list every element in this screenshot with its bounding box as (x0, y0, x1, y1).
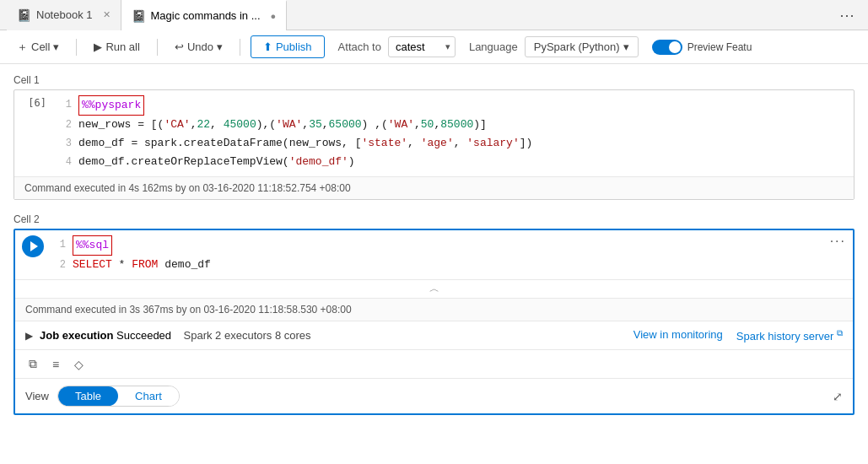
cell2-line-num-2: 2 (49, 256, 66, 274)
main-content: Cell 1 [6] 1 %%pyspark 2 new_rows = [('C… (0, 64, 868, 464)
language-value: PySpark (Python) (534, 40, 620, 53)
language-button[interactable]: PySpark (Python) ▾ (525, 36, 639, 57)
view-label: View (25, 390, 49, 402)
divider-3 (240, 39, 240, 56)
cell2-code-text-2[interactable]: SELECT * FROM demo_df (73, 256, 211, 274)
cell2-run-btn-area (15, 230, 49, 279)
code-text-3[interactable]: demo_df = spark.createDataFrame(new_rows… (78, 134, 532, 153)
job-succeeded-label: Succeeded (116, 329, 171, 342)
tab-notebook1-close[interactable]: ✕ (103, 9, 111, 20)
cell2-body: 1 %%sql 2 SELECT * FROM demo_df ··· (15, 230, 853, 279)
view-chart-button[interactable]: Chart (118, 386, 179, 406)
cell2-toolbar: ··· (823, 230, 853, 279)
view-monitoring-link[interactable]: View in monitoring (633, 328, 723, 343)
cell2-code-line-1: 1 %%sql (49, 235, 823, 256)
cell2-container: 1 %%sql 2 SELECT * FROM demo_df ··· ︿ Co… (13, 229, 855, 415)
run-all-button[interactable]: ▶ Run all (87, 37, 146, 57)
divider-1 (76, 39, 77, 56)
divider-2 (157, 39, 158, 56)
cell1-label: Cell 1 (13, 74, 855, 86)
external-link-icon: ⧉ (837, 328, 843, 337)
line-num-2: 2 (55, 116, 72, 134)
cell1-status: Command executed in 4s 162ms by on 03-16… (14, 176, 854, 199)
undo-button[interactable]: ↩ Undo ▾ (168, 37, 229, 57)
toggle-thumb (669, 41, 681, 53)
run-icon (30, 241, 38, 251)
tab-bar: 📓 Notebook 1 ✕ 📓 Magic commands in ... ●… (0, 0, 868, 30)
publish-button[interactable]: ⬆ Publish (251, 35, 325, 58)
cell2-code-line-2: 2 SELECT * FROM demo_df (49, 256, 823, 274)
code-text-2[interactable]: new_rows = [('CA',22, 45000),('WA',35,65… (78, 116, 487, 134)
line-num-4: 4 (55, 153, 72, 171)
action-bar: ⧉ ≡ ◇ (15, 349, 853, 378)
play-icon: ▶ (25, 330, 33, 342)
cell-more-button[interactable]: ··· (830, 234, 846, 276)
copy-icon[interactable]: ⧉ (25, 355, 40, 373)
cell2-line-num-1: 1 (49, 235, 66, 256)
cell2-code: 1 %%sql 2 SELECT * FROM demo_df (49, 230, 823, 279)
undo-icon: ↩ (175, 40, 184, 53)
cell2-label: Cell 2 (13, 213, 855, 225)
cell2-status: Command executed in 3s 367ms by on 03-16… (15, 298, 853, 321)
add-cell-button[interactable]: ＋ Cell ▾ (10, 36, 66, 58)
line-num-1: 1 (55, 95, 72, 116)
toggle-track[interactable] (652, 40, 682, 55)
code-text-4[interactable]: demo_df.createOrReplaceTempView('demo_df… (78, 153, 355, 171)
language-label: Language (469, 40, 518, 53)
view-table-button[interactable]: Table (58, 386, 118, 406)
run-all-icon: ▶ (94, 40, 102, 53)
code-line-4: 4 demo_df.createOrReplaceTempView('demo_… (55, 153, 854, 171)
upload-icon: ⬆ (263, 40, 272, 53)
tab-magic[interactable]: 📓 Magic commands in ... ● (121, 0, 288, 30)
job-status: Job execution (40, 329, 116, 342)
view-toggle: Table Chart (57, 386, 180, 407)
publish-label: Publish (276, 40, 312, 53)
plus-icon: ＋ (17, 40, 28, 55)
undo-dropdown-icon: ▾ (217, 40, 223, 53)
attach-select[interactable]: catest (388, 36, 456, 57)
view-bar: View Table Chart ⤢ (15, 378, 853, 413)
spark-history-label: Spark history server (736, 330, 834, 343)
job-exec-text: Job execution Succeeded Spark 2 executor… (40, 329, 311, 342)
cell1-body: [6] 1 %%pyspark 2 new_rows = [('CA',22, … (14, 90, 854, 176)
cell1-code: 1 %%pyspark 2 new_rows = [('CA',22, 4500… (55, 90, 854, 176)
code-line-1: 1 %%pyspark (55, 95, 854, 116)
tab-magic-close[interactable]: ● (271, 11, 277, 21)
tab-magic-label: Magic commands in ... (151, 9, 261, 22)
attach-select-wrapper: catest (388, 36, 456, 57)
attach-label: Attach to (338, 40, 381, 53)
notebook-icon: 📓 (17, 8, 31, 22)
code-text-1[interactable]: %%pyspark (78, 95, 144, 116)
erase-icon[interactable]: ◇ (71, 356, 87, 373)
undo-label: Undo (187, 40, 213, 53)
cell-dropdown-icon: ▾ (53, 40, 59, 53)
line-num-3: 3 (55, 134, 72, 153)
language-dropdown-icon: ▾ (623, 40, 629, 53)
run-all-label: Run all (105, 40, 139, 53)
run-button[interactable] (22, 235, 44, 257)
cell1-container: [6] 1 %%pyspark 2 new_rows = [('CA',22, … (13, 89, 855, 200)
preview-toggle: Preview Featu (652, 40, 752, 55)
preview-label: Preview Featu (687, 41, 752, 53)
spark-history-link[interactable]: Spark history server ⧉ (736, 328, 843, 343)
tab-notebook1[interactable]: 📓 Notebook 1 ✕ (7, 0, 121, 30)
tab-more-button[interactable]: ⋯ (833, 6, 861, 24)
cell2-code-text-1[interactable]: %%sql (73, 235, 112, 256)
job-exec-bar: ▶ Job execution Succeeded Spark 2 execut… (15, 321, 853, 349)
filter-icon[interactable]: ≡ (49, 356, 62, 373)
cell-label: Cell (31, 40, 50, 53)
job-links: View in monitoring Spark history server … (633, 328, 843, 343)
code-line-2: 2 new_rows = [('CA',22, 45000),('WA',35,… (55, 116, 854, 134)
code-line-3: 3 demo_df = spark.createDataFrame(new_ro… (55, 134, 854, 153)
magic-notebook-icon: 📓 (132, 9, 146, 23)
collapse-indicator[interactable]: ︿ (15, 279, 853, 298)
expand-button[interactable]: ⤢ (833, 390, 843, 403)
tab-notebook1-label: Notebook 1 (36, 8, 93, 21)
cell1-exec-num: [6] (14, 90, 55, 176)
spark-info: Spark 2 executors 8 cores (184, 329, 311, 342)
toolbar: ＋ Cell ▾ ▶ Run all ↩ Undo ▾ ⬆ Publish At… (0, 30, 868, 64)
